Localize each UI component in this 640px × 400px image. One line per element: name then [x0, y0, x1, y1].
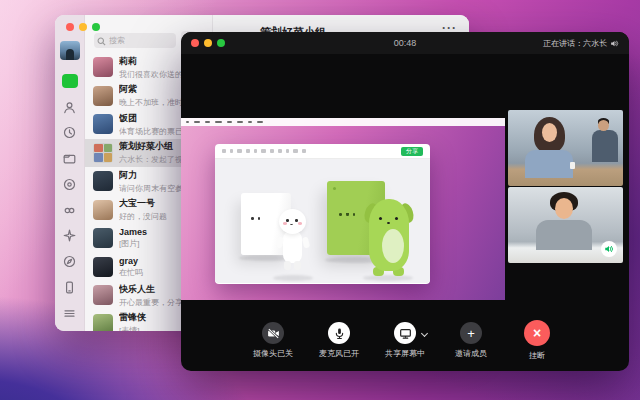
mascot-scene: [215, 159, 430, 283]
chat-avatar: [93, 314, 113, 331]
contacts-icon[interactable]: [61, 99, 78, 115]
speaking-indicator: 正在讲话：六水长: [543, 38, 619, 49]
audio-active-badge: [601, 241, 617, 257]
speaking-label: 正在讲话：六水长: [543, 38, 607, 49]
plus-icon: +: [467, 327, 475, 340]
wechat-sidebar-rail: [55, 15, 85, 331]
control-label: 共享屏幕中: [377, 348, 433, 359]
search-input[interactable]: [94, 33, 176, 48]
tools-icon[interactable]: [61, 228, 78, 244]
shared-desktop-menubar: [181, 118, 505, 126]
chat-avatar: [93, 228, 113, 248]
shared-app-toolbar: 分享: [215, 144, 430, 159]
control-label: 麦克风已开: [311, 348, 367, 359]
participant-tile-2[interactable]: [508, 187, 623, 263]
call-timer: 00:48: [394, 38, 417, 48]
camera-off-icon: [267, 327, 280, 340]
moments-icon[interactable]: [61, 177, 78, 193]
group-chat-avatar: [93, 143, 113, 163]
control-label: 挂断: [509, 350, 565, 361]
call-control-bar: 摄像头已关 麦克风已开: [181, 322, 629, 361]
search-box[interactable]: [94, 29, 176, 48]
close-button[interactable]: [66, 23, 74, 31]
user-avatar[interactable]: [60, 41, 80, 60]
chat-avatar: [93, 200, 113, 220]
chat-avatar: [93, 86, 113, 106]
mini-programs-icon[interactable]: [61, 202, 78, 218]
participant-tile-1[interactable]: [508, 110, 623, 186]
green-mascot: [365, 199, 413, 281]
zoom-button[interactable]: [92, 23, 100, 31]
call-title-bar: 00:48 正在讲话：六水长: [181, 32, 629, 54]
more-menu-icon[interactable]: [61, 305, 78, 321]
zoom-button[interactable]: [217, 39, 225, 47]
shared-screen-view: 分享: [181, 118, 505, 300]
close-button[interactable]: [191, 39, 199, 47]
chat-avatar: [93, 257, 113, 277]
favorites-icon[interactable]: [61, 125, 78, 141]
speaker-icon: [604, 244, 614, 254]
close-call-icon: ×: [533, 326, 541, 340]
shared-app-green-button: 分享: [401, 147, 423, 156]
wechat-traffic-lights: [66, 23, 100, 31]
files-icon[interactable]: [61, 151, 78, 167]
chat-avatar: [93, 57, 113, 77]
camera-off-button[interactable]: 摄像头已关: [245, 322, 301, 361]
screen-share-button[interactable]: 共享屏幕中: [377, 322, 433, 361]
minimize-button[interactable]: [204, 39, 212, 47]
control-label: 摄像头已关: [245, 348, 301, 359]
background-colleague: [592, 130, 618, 162]
speaker-icon: [610, 39, 619, 48]
white-mascot: [275, 209, 311, 281]
hang-up-button[interactable]: × 挂断: [509, 322, 565, 361]
control-label: 邀请成员: [443, 348, 499, 359]
phone-icon[interactable]: [61, 280, 78, 296]
browser-icon[interactable]: [61, 254, 78, 270]
invite-member-button[interactable]: + 邀请成员: [443, 322, 499, 361]
video-call-window: 00:48 正在讲话：六水长 分享: [181, 32, 629, 371]
chat-avatar: [93, 171, 113, 191]
chat-avatar: [93, 285, 113, 305]
shared-app-window: 分享: [215, 144, 430, 284]
screen-share-icon: [399, 327, 412, 340]
mic-icon: [333, 327, 346, 340]
chevron-down-icon[interactable]: [421, 330, 428, 337]
chats-icon[interactable]: [61, 74, 78, 90]
minimize-button[interactable]: [79, 23, 87, 31]
desktop: + 莉莉 我们很喜欢你送的礼物 阿紫 晚上不加班，准时见 饭团 体育场比赛的票已…: [0, 0, 640, 400]
chat-avatar: [93, 114, 113, 134]
mic-button[interactable]: 麦克风已开: [311, 322, 367, 361]
